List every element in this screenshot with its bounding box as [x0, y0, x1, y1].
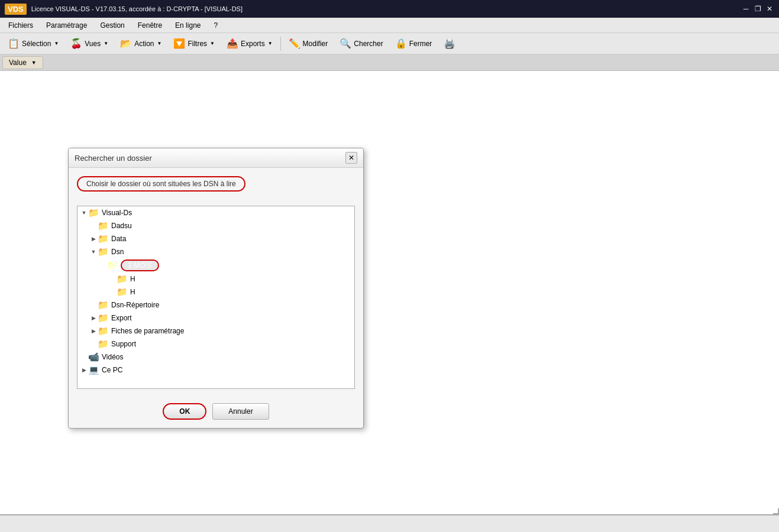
tree-label-dadsu: Dadsu [111, 222, 132, 230]
tree-toggle-export[interactable]: ▶ [89, 314, 98, 322]
tree-node-fiches-param[interactable]: ▶ 📁 Fiches de paramétrage [77, 325, 354, 338]
dialog-close-button[interactable]: ✕ [345, 152, 357, 164]
menu-help[interactable]: ? [208, 20, 224, 31]
action-button[interactable]: 📂 Action ▼ [115, 35, 167, 51]
selection-dropdown-arrow: ▼ [54, 41, 59, 46]
resize-grip[interactable] [773, 508, 779, 514]
menu-parametrage[interactable]: Paramétrage [40, 20, 93, 31]
menu-bar: Fichiers Paramétrage Gestion Fenêtre En … [0, 18, 779, 33]
tree-node-support[interactable]: ▶ 📁 Support [77, 338, 354, 351]
fermer-icon: 🔒 [395, 38, 407, 49]
modal-overlay: Rechercher un dossier ✕ Choisir le dossi… [0, 71, 779, 514]
vues-dropdown-arrow: ▼ [104, 41, 108, 46]
exports-button[interactable]: 📤 Exports ▼ [221, 35, 278, 51]
title-bar: VDS Licence VISUAL-DS - V17.03.15, accor… [0, 0, 779, 18]
dialog-footer: OK Annuler [69, 397, 363, 428]
print-icon: 🖨️ [444, 38, 455, 49]
tree-label-dsn: Dsn [111, 248, 124, 256]
folder-icon-dadsu: 📁 [98, 220, 109, 231]
tree-node-data[interactable]: ▶ 📁 Data [77, 232, 354, 245]
menu-fenetre[interactable]: Fenêtre [132, 20, 168, 31]
toolbar-separator-1 [280, 37, 281, 51]
tree-toggle-dsn[interactable]: ▼ [89, 248, 98, 256]
folder-icon-h2: 📁 [117, 287, 128, 297]
exports-label: Exports [241, 40, 265, 48]
vues-button[interactable]: 🍒 Vues ▼ [65, 35, 114, 51]
filtres-button[interactable]: 🔽 Filtres ▼ [168, 35, 220, 51]
tree-node-export[interactable]: ▶ 📁 Export [77, 312, 354, 325]
fermer-button[interactable]: 🔒 Fermer [390, 35, 438, 51]
tree-toggle-visual-ds[interactable]: ▼ [80, 209, 88, 217]
filtres-label: Filtres [188, 40, 207, 48]
tree-toggle-ce-pc[interactable]: ▶ [80, 366, 88, 374]
restore-button[interactable]: ❐ [753, 4, 762, 14]
tree-label-fiches-param: Fiches de paramétrage [111, 327, 184, 335]
modifier-button[interactable]: ✏️ Modifier [283, 35, 334, 51]
selection-label: Sélection [22, 40, 51, 48]
selection-icon: 📋 [8, 38, 20, 49]
tree-label-data: Data [111, 235, 126, 243]
filtres-dropdown-arrow: ▼ [210, 41, 215, 46]
action-icon: 📂 [120, 38, 132, 49]
video-icon-videos: 📹 [88, 352, 99, 362]
tree-node-dsn-repertoire[interactable]: ▶ 📁 Dsn-Répertoire [77, 299, 354, 312]
tab-bar: Value ▼ [0, 54, 779, 71]
filtres-icon: 🔽 [173, 38, 185, 49]
dialog-title: Rechercher un dossier [75, 154, 152, 163]
folder-icon-support: 📁 [98, 339, 109, 349]
tree-label-ce-pc: Ce PC [102, 366, 122, 374]
tree-label-3mois: 3 MOIS [121, 259, 159, 271]
folder-icon-dsn-repertoire: 📁 [98, 300, 109, 310]
tree-node-dadsu[interactable]: ▶ 📁 Dadsu [77, 219, 354, 232]
tree-toggle-fiches-param[interactable]: ▶ [89, 327, 98, 335]
tree-node-dsn[interactable]: ▼ 📁 Dsn [77, 245, 354, 258]
tree-node-h1[interactable]: ▶ 📁 H [77, 273, 354, 286]
tree-toggle-data[interactable]: ▶ [89, 235, 98, 243]
selection-button[interactable]: 📋 Sélection ▼ [2, 35, 64, 51]
tab-value-dropdown-icon: ▼ [31, 60, 37, 66]
modifier-icon: ✏️ [289, 38, 300, 49]
app-logo: VDS [5, 4, 27, 15]
tree-node-ce-pc[interactable]: ▶ 💻 Ce PC [77, 364, 354, 377]
folder-icon-data: 📁 [98, 233, 109, 244]
folder-icon-3mois: 📁 [107, 260, 118, 271]
tab-value[interactable]: Value ▼ [2, 56, 43, 69]
tree-label-h1: H [130, 275, 135, 283]
vues-icon: 🍒 [70, 38, 82, 49]
tree-label-dsn-repertoire: Dsn-Répertoire [111, 301, 159, 309]
tree-label-videos: Vidéos [102, 353, 123, 361]
tree-node-h2[interactable]: ▶ 📁 H [77, 286, 354, 299]
menu-fichiers[interactable]: Fichiers [2, 20, 39, 31]
print-button[interactable]: 🖨️ [438, 35, 461, 51]
window-title: Licence VISUAL-DS - V17.03.15, accordée … [31, 5, 243, 12]
fermer-label: Fermer [409, 40, 432, 48]
ok-button[interactable]: OK [163, 403, 206, 420]
chercher-button[interactable]: 🔍 Chercher [334, 35, 388, 51]
tab-value-label: Value [9, 59, 27, 67]
menu-en-ligne[interactable]: En ligne [169, 20, 206, 31]
folder-icon-dsn: 📁 [98, 246, 109, 257]
close-button[interactable]: ✕ [765, 4, 774, 14]
tree-label-export: Export [111, 314, 132, 322]
folder-icon-visual-ds: 📁 [88, 207, 99, 218]
tree-node-3mois[interactable]: ▶ 📁 3 MOIS [77, 258, 354, 273]
status-bar [0, 514, 779, 532]
tree-node-videos[interactable]: ▶ 📹 Vidéos [77, 351, 354, 364]
folder-icon-export: 📁 [98, 313, 109, 323]
computer-icon-ce-pc: 💻 [88, 365, 99, 375]
exports-dropdown-arrow: ▼ [268, 41, 273, 46]
exports-icon: 📤 [227, 38, 238, 49]
action-label: Action [134, 40, 154, 48]
chercher-label: Chercher [354, 40, 383, 48]
folder-tree[interactable]: ▼ 📁 Visual-Ds ▶ 📁 Dadsu ▶ [77, 206, 355, 389]
action-dropdown-arrow: ▼ [157, 41, 161, 46]
tree-label-support: Support [111, 340, 136, 348]
minimize-button[interactable]: ─ [741, 4, 751, 14]
dialog-rechercher-dossier: Rechercher un dossier ✕ Choisir le dossi… [68, 148, 364, 429]
chercher-icon: 🔍 [340, 38, 351, 49]
dialog-title-bar: Rechercher un dossier ✕ [69, 148, 363, 168]
cancel-button[interactable]: Annuler [212, 403, 269, 420]
tree-node-visual-ds[interactable]: ▼ 📁 Visual-Ds [77, 206, 354, 219]
menu-gestion[interactable]: Gestion [94, 20, 130, 31]
toolbar: 📋 Sélection ▼ 🍒 Vues ▼ 📂 Action ▼ 🔽 Filt… [0, 33, 779, 54]
